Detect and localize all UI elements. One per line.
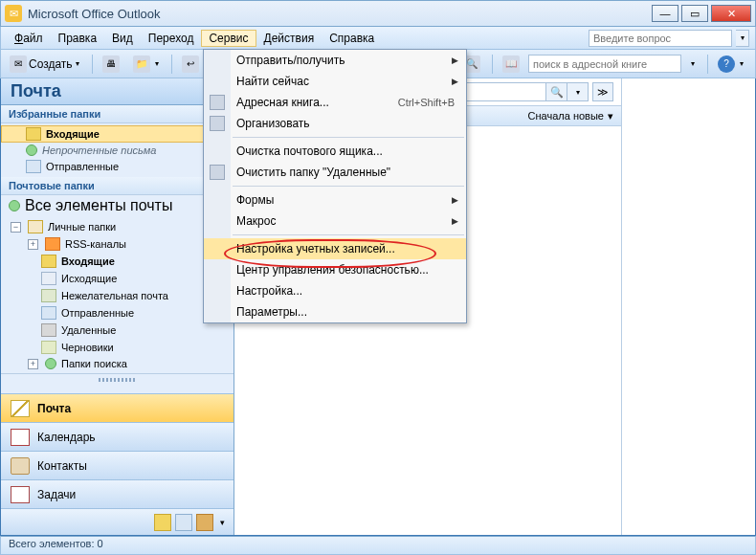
shortcuts-icon[interactable] [196, 514, 213, 531]
chevron-down-icon: ▾ [608, 110, 613, 122]
expand-toggle[interactable]: + [28, 359, 38, 369]
address-book-icon: 📖 [502, 56, 520, 73]
fav-sent[interactable]: Отправленные [1, 158, 233, 175]
title-bar: ✉ Microsoft Office Outlook — ▭ ✕ [0, 0, 756, 27]
inbox-icon [41, 255, 56, 268]
menu-actions[interactable]: Действия [256, 30, 322, 47]
maximize-button[interactable]: ▭ [681, 5, 708, 22]
search-icon [9, 200, 20, 211]
address-book-button[interactable]: 📖 [498, 53, 526, 76]
sort-button[interactable]: Сначала новые ▾ [528, 110, 613, 122]
tree-deleted[interactable]: Удаленные [1, 322, 233, 339]
tools-forms[interactable]: Формы▶ [204, 189, 466, 211]
reply-icon: ↩ [182, 56, 199, 73]
move-button[interactable]: 📁▾ [128, 53, 167, 76]
menu-file-label: айл [23, 32, 42, 45]
calendar-icon [11, 429, 30, 446]
nav-contacts[interactable]: Контакты [1, 451, 233, 479]
tree-inbox[interactable]: Входящие [1, 253, 233, 270]
tasks-icon [11, 486, 30, 503]
tools-send-receive[interactable]: Отправить/получить▶ [204, 50, 466, 71]
trash-icon [210, 165, 225, 180]
sent-icon [26, 160, 41, 173]
search-options[interactable]: ≫ [592, 82, 613, 101]
address-search-input[interactable] [528, 55, 681, 73]
print-button[interactable]: 🖶 [98, 53, 126, 76]
status-text: Всего элементов: 0 [9, 538, 103, 549]
fav-unread[interactable]: Непрочтенные письма [1, 143, 233, 158]
tools-customize[interactable]: Настройка... [204, 280, 466, 301]
submenu-arrow-icon: ▶ [452, 195, 458, 205]
menu-tools[interactable]: Сервис [201, 30, 256, 47]
new-button[interactable]: ✉Создать▾ [5, 53, 87, 76]
mail-icon [11, 400, 30, 417]
tree-sent[interactable]: Отправленные [1, 304, 233, 322]
tools-options[interactable]: Параметры... [204, 301, 466, 322]
tree-search[interactable]: +Папки поиска [1, 356, 233, 371]
print-icon: 🖶 [102, 56, 120, 73]
drafts-icon [41, 341, 56, 354]
junk-icon [41, 289, 56, 302]
help-question-input[interactable] [589, 30, 732, 47]
favorites-header[interactable]: Избранные папки [1, 105, 233, 123]
pane-resize-grip[interactable] [1, 373, 233, 385]
help-question-box [589, 30, 736, 47]
mail-new-icon: ✉ [10, 56, 27, 73]
favorites-list: Входящие Непрочтенные письма Отправленны… [1, 123, 233, 177]
tools-address-book[interactable]: Адресная книга...Ctrl+Shift+B [204, 92, 466, 113]
folder-tree: −Личные папки +RSS-каналы Входящие Исход… [1, 216, 233, 373]
nav-calendar[interactable]: Календарь [1, 422, 233, 451]
tools-organize[interactable]: Организовать [204, 113, 466, 134]
minimize-button[interactable]: — [652, 5, 678, 22]
folder-list-icon[interactable] [175, 514, 192, 531]
all-mail-items[interactable]: Все элементы почты [1, 195, 233, 216]
menu-help[interactable]: Справка [322, 30, 382, 47]
tools-account-settings[interactable]: Настройка учетных записей... [204, 238, 466, 259]
mail-folders-header[interactable]: Почтовые папки [1, 177, 233, 195]
notes-icon[interactable] [154, 514, 171, 531]
move-icon: 📁 [133, 56, 150, 73]
nav-tasks[interactable]: Задачи [1, 479, 233, 508]
search-folder-icon [26, 144, 37, 156]
help-button[interactable]: ?▾ [713, 53, 751, 76]
inbox-icon [26, 127, 41, 141]
tools-menu: Отправить/получить▶ Найти сейчас▶ Адресн… [203, 49, 467, 323]
close-button[interactable]: ✕ [711, 5, 751, 22]
menu-view[interactable]: Вид [104, 30, 141, 47]
address-search-dd[interactable]: ▾ [683, 56, 702, 71]
tools-macro[interactable]: Макрос▶ [204, 211, 466, 232]
expand-toggle[interactable]: + [28, 239, 38, 250]
wunderbar: Почта Календарь Контакты Задачи ▾ [1, 393, 233, 535]
status-bar: Всего элементов: 0 [0, 536, 756, 555]
menu-go[interactable]: Переход [141, 30, 202, 47]
organize-icon [210, 116, 225, 131]
tools-trust-center[interactable]: Центр управления безопасностью... [204, 259, 466, 280]
expand-toggle[interactable]: − [11, 222, 21, 233]
rss-icon [45, 237, 60, 251]
nav-configure-dd[interactable]: ▾ [217, 518, 228, 527]
tools-find-now[interactable]: Найти сейчас▶ [204, 71, 466, 92]
search-button[interactable]: 🔍 [546, 82, 567, 101]
tree-rss[interactable]: +RSS-каналы [1, 235, 233, 253]
tree-junk[interactable]: Нежелательная почта [1, 287, 233, 304]
menu-edit[interactable]: Правка [51, 30, 105, 47]
tree-drafts[interactable]: Черновики [1, 339, 233, 356]
submenu-arrow-icon: ▶ [452, 56, 458, 65]
personal-folders-icon [28, 220, 43, 233]
grip-icon [99, 378, 137, 382]
tools-cleanup[interactable]: Очистка почтового ящика... [204, 141, 466, 162]
search-folders-icon [45, 358, 56, 369]
tools-empty-deleted[interactable]: Очистить папку "Удаленные" [204, 162, 466, 183]
nav-mail[interactable]: Почта [1, 393, 233, 422]
reply-button[interactable]: ↩ [177, 53, 206, 76]
tree-personal[interactable]: −Личные папки [1, 218, 233, 235]
help-question-dropdown[interactable]: ▾ [736, 30, 749, 47]
address-book-icon [210, 95, 225, 110]
search-scope-dd[interactable]: ▾ [567, 82, 589, 101]
fav-inbox[interactable]: Входящие [1, 125, 233, 143]
contacts-icon [11, 457, 30, 475]
menu-file[interactable]: Файл [7, 30, 51, 47]
tree-outbox[interactable]: Исходящие [1, 270, 233, 287]
outbox-icon [41, 272, 56, 285]
nav-strip: ▾ [1, 508, 233, 535]
